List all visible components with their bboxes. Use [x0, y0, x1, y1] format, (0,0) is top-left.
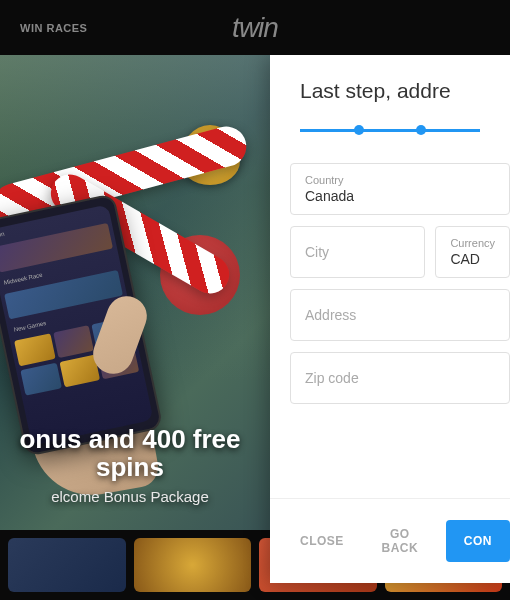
progress-stepper — [270, 113, 510, 155]
field-label: Currency — [450, 237, 495, 249]
field-label: Country — [305, 174, 495, 186]
currency-field[interactable]: Currency CAD — [435, 226, 510, 278]
field-placeholder: Zip code — [305, 370, 495, 386]
field-value: Canada — [305, 188, 495, 204]
page-content: twin Midweek Race New Games onus and 400… — [0, 55, 510, 600]
signup-modal: Last step, addre Country Canada City Cur… — [270, 55, 510, 583]
brand-logo[interactable]: twin — [232, 12, 278, 44]
modal-header: Last step, addre — [270, 55, 510, 113]
promo-banner: onus and 400 free spins elcome Bonus Pac… — [0, 425, 260, 505]
modal-title: Last step, addre — [300, 79, 490, 103]
nav-item-races[interactable]: WIN RACES — [20, 22, 87, 34]
game-thumbnail[interactable] — [134, 538, 252, 592]
step-dot — [416, 125, 426, 135]
modal-actions: CLOSE GO BACK CON — [270, 498, 510, 583]
close-button[interactable]: CLOSE — [290, 524, 354, 558]
game-thumbnail[interactable] — [8, 538, 126, 592]
app-header: WIN RACES twin — [0, 0, 510, 55]
continue-button[interactable]: CON — [446, 520, 510, 562]
promo-subtitle: elcome Bonus Package — [10, 488, 250, 505]
go-back-button[interactable]: GO BACK — [362, 517, 438, 565]
promo-title: onus and 400 free spins — [10, 425, 250, 482]
country-field[interactable]: Country Canada — [290, 163, 510, 215]
city-field[interactable]: City — [290, 226, 425, 278]
field-value: CAD — [450, 251, 495, 267]
zip-field[interactable]: Zip code — [290, 352, 510, 404]
address-form: Country Canada City Currency CAD Address… — [270, 155, 510, 498]
field-placeholder: City — [305, 244, 410, 260]
field-placeholder: Address — [305, 307, 495, 323]
step-dot — [354, 125, 364, 135]
address-field[interactable]: Address — [290, 289, 510, 341]
